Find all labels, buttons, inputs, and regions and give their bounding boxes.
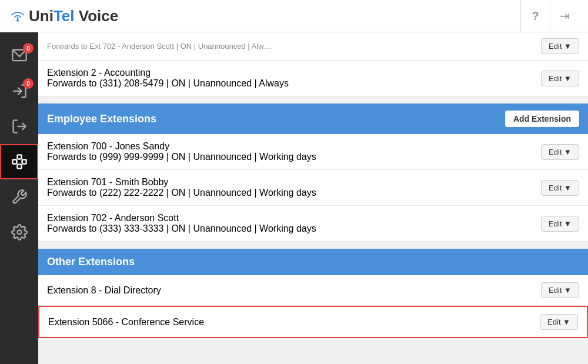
tools-icon — [11, 189, 28, 205]
extension702-edit-button[interactable]: Edit ▼ — [541, 216, 579, 232]
logo: UniTel Voice — [9, 7, 118, 25]
add-extension-button[interactable]: Add Extension — [505, 111, 579, 127]
extension2-title: Extension 2 - Accounting — [47, 68, 289, 78]
extension2-sub: Forwards to (331) 208-5479 | ON | Unanno… — [47, 78, 289, 89]
main-layout: 0 0 — [0, 32, 588, 364]
extension701-info: Extension 701 - Smith Bobby Forwards to … — [47, 177, 316, 198]
login-button[interactable]: ⇥ — [550, 0, 579, 32]
extension702-sub: Forwards to (333) 333-3333 | ON | Unanno… — [47, 223, 316, 234]
sidebar-item-login[interactable]: 0 — [0, 74, 38, 109]
extension701-edit-button[interactable]: Edit ▼ — [541, 180, 579, 196]
svg-point-0 — [16, 19, 19, 22]
sidebar-item-messages[interactable]: 0 — [0, 38, 38, 74]
sidebar-item-tools[interactable] — [0, 179, 38, 215]
svg-rect-7 — [22, 160, 26, 164]
extension700-sub: Forwards to (999) 999-9999 | ON | Unanno… — [47, 152, 316, 162]
extension8-info: Extension 8 - Dial Directory — [47, 285, 161, 296]
logo-text: UniTel Voice — [29, 7, 118, 25]
employee-section-header: Employee Extensions Add Extension — [38, 103, 588, 134]
svg-rect-5 — [17, 155, 21, 159]
extension5066-edit-button[interactable]: Edit ▼ — [540, 314, 578, 330]
extensions-icon — [11, 153, 28, 170]
other-section-header: Other Extensions — [38, 249, 588, 275]
extension702-info: Extension 702 - Anderson Scott Forwards … — [47, 213, 316, 234]
extension702-item: Extension 702 - Anderson Scott Forwards … — [38, 206, 588, 242]
extension700-edit-button[interactable]: Edit ▼ — [541, 144, 579, 160]
extension2-info: Extension 2 - Accounting Forwards to (33… — [47, 68, 289, 89]
extension701-title: Extension 701 - Smith Bobby — [47, 177, 316, 188]
svg-point-12 — [17, 231, 21, 235]
extension701-item: Extension 701 - Smith Bobby Forwards to … — [38, 170, 588, 206]
extension701-sub: Forwards to (222) 222-2222 | ON | Unanno… — [47, 188, 316, 198]
help-button[interactable]: ? — [520, 0, 550, 32]
other-extensions-list: Extension 8 - Dial Directory Edit ▼ Exte… — [38, 275, 588, 338]
sidebar: 0 0 — [0, 32, 38, 364]
employee-extensions-list: Extension 700 - Jones Sandy Forwards to … — [38, 134, 588, 242]
main-content: Forwards to Ext 702 - Anderson Scott | O… — [38, 32, 588, 364]
app-header: UniTel Voice ? ⇥ — [0, 0, 588, 32]
extension8-title: Extension 8 - Dial Directory — [47, 285, 161, 296]
partial-ext-title: Forwards to Ext 702 - Anderson Scott | O… — [47, 42, 272, 51]
extension2-item: Extension 2 - Accounting Forwards to (33… — [38, 61, 588, 96]
other-section-title: Other Extensions — [47, 256, 135, 268]
extension2-edit-button[interactable]: Edit ▼ — [541, 71, 579, 86]
extension700-info: Extension 700 - Jones Sandy Forwards to … — [47, 141, 316, 162]
login-badge: 0 — [23, 78, 34, 89]
extension5066-title: Extension 5066 - Conference Service — [48, 317, 204, 328]
extension5066-info: Extension 5066 - Conference Service — [48, 317, 204, 328]
extension700-title: Extension 700 - Jones Sandy — [47, 141, 316, 152]
extension5066-item: Extension 5066 - Conference Service Edit… — [38, 306, 588, 338]
employee-section-title: Employee Extensions — [47, 113, 156, 125]
svg-rect-6 — [17, 165, 21, 169]
logo-wifi-icon — [9, 9, 26, 22]
messages-badge: 0 — [23, 43, 34, 54]
extension702-title: Extension 702 - Anderson Scott — [47, 213, 316, 223]
sidebar-item-settings[interactable] — [0, 215, 38, 250]
settings-icon — [11, 224, 28, 241]
login-icon: ⇥ — [560, 9, 570, 23]
partial-extension-item: Forwards to Ext 702 - Anderson Scott | O… — [38, 32, 588, 61]
extension8-edit-button[interactable]: Edit ▼ — [541, 282, 579, 298]
sidebar-item-logout[interactable] — [0, 109, 38, 144]
partial-edit-button[interactable]: Edit ▼ — [541, 38, 579, 54]
extension8-item: Extension 8 - Dial Directory Edit ▼ — [38, 275, 588, 306]
help-icon: ? — [532, 9, 539, 23]
extension700-item: Extension 700 - Jones Sandy Forwards to … — [38, 134, 588, 170]
svg-rect-4 — [12, 160, 16, 164]
header-actions: ? ⇥ — [520, 0, 579, 32]
sidebar-item-extensions[interactable] — [0, 144, 38, 179]
logout-icon — [11, 118, 28, 135]
